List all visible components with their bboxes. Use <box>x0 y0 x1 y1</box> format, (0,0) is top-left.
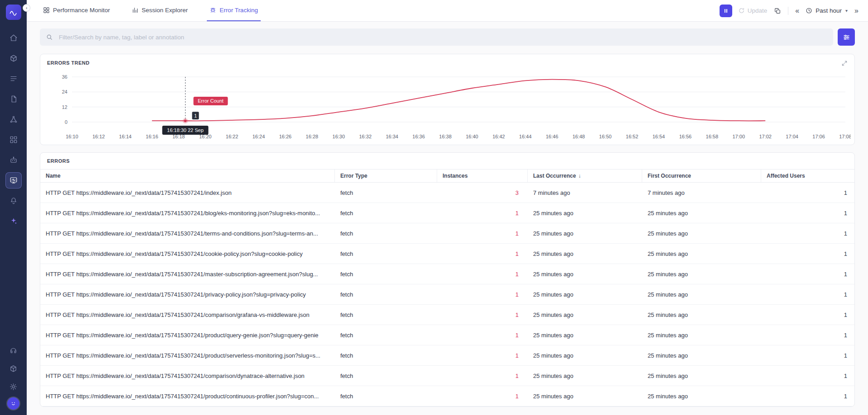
tab-performance-monitor[interactable]: Performance Monitor <box>40 0 113 21</box>
expand-chart-button[interactable] <box>841 60 848 68</box>
double-chevron-right-icon: » <box>854 7 858 15</box>
table-row[interactable]: HTTP GET https://middleware.io/_next/dat… <box>40 325 854 345</box>
table-row[interactable]: HTTP GET https://middleware.io/_next/dat… <box>40 345 854 366</box>
instances-cell: 1 <box>437 352 528 359</box>
last-occurrence-cell: 25 minutes ago <box>528 393 642 400</box>
grid-icon <box>10 136 18 144</box>
topbar-controls: Update « Past hour ▾ » <box>720 0 868 21</box>
sidebar-item-ai-assistant[interactable] <box>5 213 22 229</box>
sidebar-item-apm[interactable] <box>5 111 22 127</box>
search-bar[interactable] <box>40 28 833 46</box>
filter-row <box>40 28 855 46</box>
svg-text:36: 36 <box>62 74 67 80</box>
sidebar-item-integrations[interactable] <box>6 361 21 376</box>
sort-desc-icon: ↓ <box>578 173 581 179</box>
update-button[interactable]: Update <box>738 7 768 14</box>
instances-cell: 1 <box>437 210 528 217</box>
bug-icon <box>210 7 216 14</box>
sidebar <box>0 0 27 415</box>
error-name-cell: HTTP GET https://middleware.io/_next/dat… <box>40 311 335 318</box>
errors-trend-panel: ERRORS TREND 012243616:1016:1216:1416:16… <box>40 54 855 145</box>
errors-trend-chart[interactable]: 012243616:1016:1216:1416:1616:1816:2016:… <box>46 70 851 141</box>
table-row[interactable]: HTTP GET https://middleware.io/_next/dat… <box>40 284 854 305</box>
column-header-name[interactable]: Name <box>40 170 335 182</box>
affected-users-cell: 1 <box>761 230 854 237</box>
instances-cell: 1 <box>437 393 528 400</box>
copy-button[interactable] <box>773 6 782 15</box>
table-row[interactable]: HTTP GET https://middleware.io/_next/dat… <box>40 264 854 284</box>
affected-users-cell: 1 <box>761 311 854 318</box>
sidebar-item-traces[interactable] <box>5 91 22 107</box>
cube-icon <box>10 54 18 62</box>
update-label: Update <box>748 7 768 14</box>
sidebar-item-alerts[interactable] <box>5 193 22 209</box>
table-row[interactable]: HTTP GET https://middleware.io/_next/dat… <box>40 366 854 386</box>
table-row[interactable]: HTTP GET https://middleware.io/_next/dat… <box>40 203 854 223</box>
column-header-first-occurrence[interactable]: First Occurrence <box>642 170 761 182</box>
time-range-dropdown[interactable]: Past hour ▾ <box>806 7 848 14</box>
first-occurrence-cell: 7 minutes ago <box>642 189 761 196</box>
time-range-label: Past hour <box>816 7 842 14</box>
svg-text:Error Count: Error Count <box>198 98 224 104</box>
sidebar-item-infrastructure[interactable] <box>5 50 22 66</box>
pause-button[interactable] <box>720 5 732 17</box>
gear-icon <box>10 383 17 391</box>
svg-text:16:42: 16:42 <box>492 134 505 139</box>
clock-icon <box>806 7 812 14</box>
user-avatar[interactable] <box>7 397 19 410</box>
content-area: ERRORS TREND 012243616:1016:1216:1416:16… <box>27 22 868 407</box>
main-area: Performance Monitor Session Explorer Err… <box>27 0 868 415</box>
svg-text:16:14: 16:14 <box>119 134 132 139</box>
sidebar-item-synthetics[interactable] <box>5 152 22 168</box>
sidebar-item-settings[interactable] <box>6 379 21 394</box>
tab-error-tracking[interactable]: Error Tracking <box>207 0 261 21</box>
column-header-affected-users[interactable]: Affected Users <box>761 170 854 182</box>
error-type-cell: fetch <box>335 271 437 278</box>
table-row[interactable]: HTTP GET https://middleware.io/_next/dat… <box>40 305 854 325</box>
sidebar-expand-button[interactable]: › <box>23 4 30 12</box>
svg-text:17:06: 17:06 <box>812 134 825 139</box>
sliders-icon <box>843 33 850 41</box>
filter-button[interactable] <box>838 28 855 46</box>
svg-text:16:22: 16:22 <box>226 134 238 139</box>
sparkle-icon <box>10 217 18 225</box>
column-header-last-occurrence[interactable]: Last Occurrence↓ <box>528 170 642 182</box>
table-row[interactable]: HTTP GET https://middleware.io/_next/dat… <box>40 183 854 203</box>
sidebar-item-dashboards[interactable] <box>5 132 22 148</box>
error-type-cell: fetch <box>335 291 437 298</box>
home-icon <box>10 34 18 42</box>
last-occurrence-cell: 25 minutes ago <box>528 271 642 278</box>
error-name-cell: HTTP GET https://middleware.io/_next/dat… <box>40 250 335 257</box>
errors-table-body: HTTP GET https://middleware.io/_next/dat… <box>40 183 854 406</box>
tab-session-explorer[interactable]: Session Explorer <box>129 0 191 21</box>
time-forward-button[interactable]: » <box>854 6 859 16</box>
app-root: › Performance Monitor Session Explorer E… <box>0 0 868 415</box>
errors-table-header: Name Error Type Instances Last Occurrenc… <box>40 169 854 183</box>
affected-users-cell: 1 <box>761 271 854 278</box>
instances-cell: 1 <box>437 271 528 278</box>
table-row[interactable]: HTTP GET https://middleware.io/_next/dat… <box>40 386 854 406</box>
svg-text:16:26: 16:26 <box>279 134 292 139</box>
svg-text:16:16: 16:16 <box>146 134 158 139</box>
svg-text:17:00: 17:00 <box>733 134 745 139</box>
table-row[interactable]: HTTP GET https://middleware.io/_next/dat… <box>40 244 854 264</box>
search-input[interactable] <box>58 33 827 41</box>
real-user-monitoring-icon <box>10 176 18 184</box>
svg-text:16:50: 16:50 <box>599 134 612 139</box>
avatar-face-icon <box>10 400 17 407</box>
table-row[interactable]: HTTP GET https://middleware.io/_next/dat… <box>40 223 854 244</box>
last-occurrence-cell: 25 minutes ago <box>528 250 642 257</box>
sidebar-item-rum[interactable] <box>5 172 22 189</box>
first-occurrence-cell: 25 minutes ago <box>642 373 761 379</box>
sidebar-item-home[interactable] <box>5 30 22 46</box>
app-logo[interactable] <box>6 5 21 20</box>
svg-text:16:24: 16:24 <box>253 134 265 139</box>
svg-text:16:12: 16:12 <box>92 134 105 139</box>
sidebar-item-support[interactable] <box>6 343 21 358</box>
column-header-error-type[interactable]: Error Type <box>335 170 437 182</box>
svg-text:16:40: 16:40 <box>466 134 478 139</box>
time-back-button[interactable]: « <box>794 6 800 16</box>
sidebar-item-logs[interactable] <box>5 71 22 87</box>
svg-text:16:48: 16:48 <box>572 134 585 139</box>
column-header-instances[interactable]: Instances <box>437 170 528 182</box>
